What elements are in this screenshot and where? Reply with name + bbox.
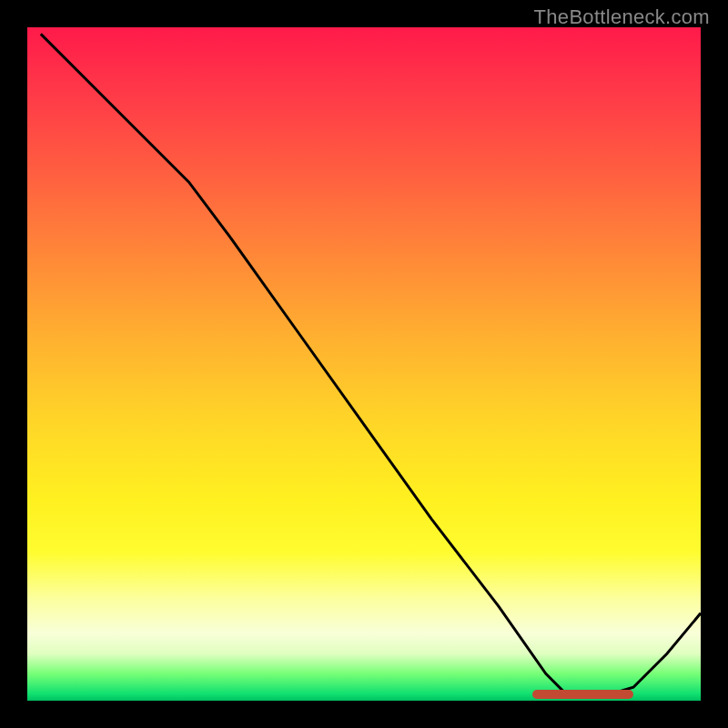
recommended-range-bar	[532, 690, 633, 699]
watermark-text: TheBottleneck.com	[534, 5, 710, 29]
bottleneck-curve	[27, 27, 701, 701]
chart-plot-area	[27, 27, 701, 701]
